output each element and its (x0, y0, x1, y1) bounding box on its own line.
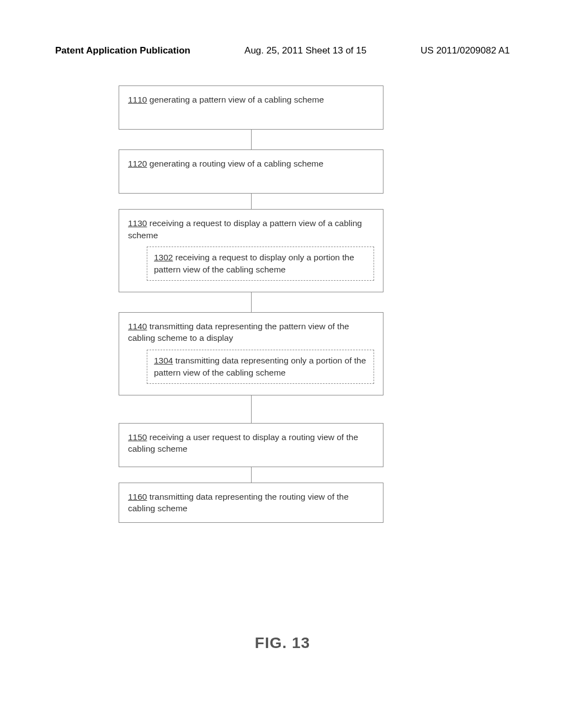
connector (251, 467, 252, 483)
connector (251, 292, 252, 312)
step-1150: 1150 receiving a user request to display… (119, 423, 383, 467)
step-1110: 1110 generating a pattern view of a cabl… (119, 85, 383, 130)
step-ref: 1160 (128, 492, 147, 501)
header-date-sheet: Aug. 25, 2011 Sheet 13 of 15 (244, 45, 366, 56)
step-ref: 1110 (128, 95, 147, 104)
step-1160: 1160 transmitting data representing the … (119, 483, 383, 523)
step-ref: 1130 (128, 218, 147, 228)
step-text: transmitting data representing the patte… (128, 322, 349, 343)
substep-ref: 1304 (154, 356, 173, 365)
step-text: transmitting data representing the routi… (128, 492, 349, 513)
header-pub-number: US 2011/0209082 A1 (420, 45, 510, 56)
step-text: generating a pattern view of a cabling s… (147, 95, 324, 104)
flowchart: 1110 generating a pattern view of a cabl… (119, 85, 383, 523)
step-text: generating a routing view of a cabling s… (147, 159, 323, 168)
step-text: receiving a user request to display a ro… (128, 432, 358, 454)
page-header: Patent Application Publication Aug. 25, … (0, 45, 565, 56)
figure-label: FIG. 13 (0, 634, 565, 652)
connector (251, 395, 252, 423)
step-ref: 1140 (128, 322, 147, 331)
substep-text: receiving a request to display only a po… (154, 253, 354, 274)
connector (251, 194, 252, 209)
step-ref: 1150 (128, 432, 147, 442)
substep-1302: 1302 receiving a request to display only… (147, 247, 374, 280)
substep-ref: 1302 (154, 253, 173, 262)
connector (251, 130, 252, 149)
step-1130: 1130 receiving a request to display a pa… (119, 209, 383, 292)
substep-1304: 1304 transmitting data representing only… (147, 350, 374, 383)
step-1120: 1120 generating a routing view of a cabl… (119, 149, 383, 194)
step-ref: 1120 (128, 159, 147, 168)
step-1140: 1140 transmitting data representing the … (119, 312, 383, 395)
substep-text: transmitting data representing only a po… (154, 356, 366, 377)
header-publication: Patent Application Publication (55, 45, 190, 56)
step-text: receiving a request to display a pattern… (128, 218, 362, 240)
